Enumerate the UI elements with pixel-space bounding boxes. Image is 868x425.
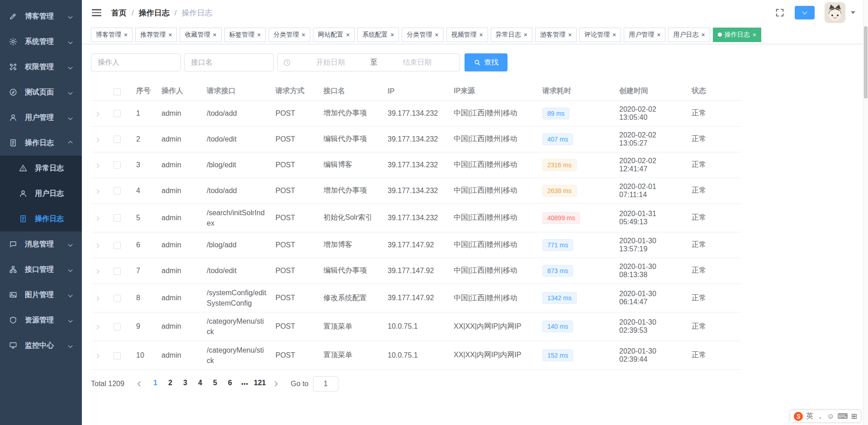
ime-emoji-picker[interactable]: ☺ xyxy=(827,412,834,420)
view-tab[interactable]: 标签管理 xyxy=(224,28,266,42)
view-tab[interactable]: 评论管理 xyxy=(579,28,621,42)
view-tab[interactable]: 推荐管理 xyxy=(135,28,177,42)
tab-close-icon[interactable] xyxy=(302,32,305,38)
expand-row-icon[interactable] xyxy=(95,269,100,274)
row-checkbox[interactable] xyxy=(114,242,121,249)
user-avatar[interactable] xyxy=(825,2,845,23)
page-number-button[interactable]: 1 xyxy=(148,377,163,391)
sidebar-item[interactable]: 博客管理 xyxy=(0,4,82,29)
row-checkbox[interactable] xyxy=(114,214,121,222)
tab-close-icon[interactable] xyxy=(213,32,216,38)
expand-row-icon[interactable] xyxy=(95,297,100,301)
next-page-button[interactable] xyxy=(267,382,283,386)
expand-row-icon[interactable] xyxy=(95,354,100,358)
page-number-button[interactable]: ••• xyxy=(237,377,252,391)
sidebar-item[interactable]: 消息管理 xyxy=(0,231,82,257)
tab-close-icon[interactable] xyxy=(612,32,616,38)
row-checkbox[interactable] xyxy=(114,295,121,302)
row-checkbox[interactable] xyxy=(114,136,121,143)
tools-icon xyxy=(9,63,19,71)
expand-row-icon[interactable] xyxy=(95,112,100,116)
tab-close-icon[interactable] xyxy=(753,32,756,38)
sogou-ime-logo[interactable]: S xyxy=(794,412,803,421)
fullscreen-icon[interactable] xyxy=(775,8,785,18)
ime-soft-keyboard[interactable]: ⌨ xyxy=(838,412,848,420)
breadcrumb-item[interactable]: 首页 xyxy=(111,8,127,18)
sidebar-item[interactable]: 异常日志 xyxy=(0,156,82,181)
page-number-button[interactable]: 121 xyxy=(252,377,267,391)
tab-close-icon[interactable] xyxy=(524,32,527,38)
table-row: 8 admin /systemConfig/editSystemConfig P… xyxy=(91,283,741,312)
page-number-button[interactable]: 2 xyxy=(163,377,178,391)
row-checkbox[interactable] xyxy=(114,110,121,117)
view-tab[interactable]: 系统配置 xyxy=(357,28,399,42)
ime-toolbox[interactable]: ⊞ xyxy=(851,412,857,420)
header-dropdown-button[interactable] xyxy=(795,6,815,19)
view-tab[interactable]: 分类管理 xyxy=(269,28,310,42)
expand-row-icon[interactable] xyxy=(95,243,100,248)
search-button[interactable]: 查找 xyxy=(465,53,508,71)
view-tab[interactable]: 操作日志 xyxy=(713,28,761,42)
sidebar-item[interactable]: 系统管理 xyxy=(0,29,82,54)
view-tab[interactable]: 网站配置 xyxy=(313,28,355,42)
interface-name-input[interactable] xyxy=(184,53,274,71)
view-tab[interactable]: 收藏管理 xyxy=(180,28,221,42)
tab-close-icon[interactable] xyxy=(346,32,350,38)
sidebar-item[interactable]: 资源管理 xyxy=(0,307,82,333)
sidebar-item[interactable]: 操作日志 xyxy=(0,130,82,156)
goto-page-input[interactable] xyxy=(313,376,338,392)
row-checkbox[interactable] xyxy=(114,323,121,331)
date-range-picker[interactable]: 开始日期 至 结束日期 xyxy=(277,53,460,71)
row-checkbox[interactable] xyxy=(114,268,121,275)
sidebar-item[interactable]: 图片管理 xyxy=(0,282,82,307)
view-tab[interactable]: 用户管理 xyxy=(624,28,665,42)
cell-status: 正常 xyxy=(687,100,741,126)
tab-close-icon[interactable] xyxy=(701,32,705,38)
view-tab[interactable]: 游客管理 xyxy=(535,28,577,42)
view-tab[interactable]: 博客管理 xyxy=(91,28,133,42)
tab-close-icon[interactable] xyxy=(124,32,128,38)
select-all-checkbox[interactable] xyxy=(114,88,121,95)
row-checkbox[interactable] xyxy=(114,187,121,194)
sidebar-item[interactable]: 监控中心 xyxy=(0,333,82,358)
scrollbar-thumb[interactable] xyxy=(864,26,868,99)
sidebar-toggle-button[interactable] xyxy=(90,7,103,18)
expand-row-icon[interactable] xyxy=(95,163,100,168)
ime-language-toggle[interactable]: 英 xyxy=(806,411,813,421)
view-tab[interactable]: 用户日志 xyxy=(668,28,710,42)
view-tab[interactable]: 异常日志 xyxy=(491,28,532,42)
row-checkbox[interactable] xyxy=(114,352,121,359)
view-tab[interactable]: 分类管理 xyxy=(402,28,443,42)
expand-row-icon[interactable] xyxy=(95,189,100,194)
sidebar-item[interactable]: 用户日志 xyxy=(0,181,82,206)
tab-close-icon[interactable] xyxy=(479,32,483,38)
tab-close-icon[interactable] xyxy=(390,32,394,38)
sidebar-item[interactable]: 操作日志 xyxy=(0,206,82,231)
prev-page-button[interactable] xyxy=(133,382,148,386)
view-tab[interactable]: 视频管理 xyxy=(446,28,488,42)
expand-row-icon[interactable] xyxy=(95,137,100,142)
expand-row-icon[interactable] xyxy=(95,216,100,221)
page-number-button[interactable]: 6 xyxy=(223,377,237,391)
cell-status: 正常 xyxy=(687,152,741,178)
row-checkbox[interactable] xyxy=(114,161,121,169)
breadcrumb-item[interactable]: 操作日志 xyxy=(170,8,213,18)
sidebar-item[interactable]: 测试页面 xyxy=(0,80,82,105)
cell-created-time: 2020-02-02 12:41:47 xyxy=(615,152,687,178)
page-number-button[interactable]: 4 xyxy=(193,377,208,391)
page-number-button[interactable]: 3 xyxy=(178,377,193,391)
sidebar-item[interactable]: 权限管理 xyxy=(0,54,82,80)
breadcrumb-item[interactable]: 操作日志 xyxy=(127,8,170,18)
tab-close-icon[interactable] xyxy=(435,32,438,38)
sidebar-item[interactable]: 接口管理 xyxy=(0,257,82,282)
operator-input[interactable] xyxy=(91,53,180,71)
tab-close-icon[interactable] xyxy=(657,32,660,38)
ime-punctuation-toggle[interactable]: ， xyxy=(816,411,824,421)
tab-close-icon[interactable] xyxy=(568,32,572,38)
page-number-button[interactable]: 5 xyxy=(208,377,223,391)
tab-close-icon[interactable] xyxy=(168,32,172,38)
sidebar-item[interactable]: 用户管理 xyxy=(0,105,82,130)
tab-close-icon[interactable] xyxy=(257,32,261,38)
expand-row-icon[interactable] xyxy=(95,325,100,330)
avatar-caret-icon[interactable] xyxy=(851,11,855,14)
